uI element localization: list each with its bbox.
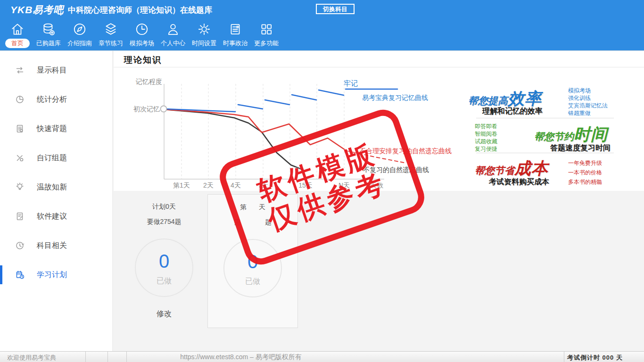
day-need-questions: 需题 (208, 218, 297, 227)
promo-cost-caption: 考试资料购买成本 (489, 177, 549, 187)
sidebar-item-subject-related[interactable]: 科目相关 (0, 231, 113, 260)
svg-text:15天: 15天 (298, 181, 313, 189)
promo-time-caption: 答题速度复习时间 (550, 143, 611, 153)
promo-cost-list: 一年免费升级一本书的价格 多本书的精髓 (568, 158, 602, 187)
svg-text:天数: 天数 (370, 181, 383, 189)
svg-text:4天: 4天 (231, 181, 241, 189)
svg-text:2天: 2天 (203, 181, 214, 189)
sidebar-item-label: 统计分析 (37, 95, 67, 105)
app-title: 中科院心理咨询师（理论知识）在线题库 (60, 5, 212, 16)
nav-item-label: 时间设置 (192, 39, 216, 48)
sidebar-item-software-feedback[interactable]: 软件建议 (0, 202, 113, 231)
nav-bar: 首页 已购题库 介绍指南 章节练习 模拟考场 个人中心 时间设置 时事政治 (0, 18, 644, 51)
done-count-label: 已做 (136, 276, 192, 286)
done-count-circle: 0 已做 (223, 239, 282, 297)
promo-time-list: 即答即看智能阅卷 试题收藏复习便捷 (475, 123, 497, 153)
clock-icon (134, 22, 149, 37)
sidebar-item-label: 温故知新 (37, 182, 67, 192)
app-logo: YKB易考吧 (10, 3, 64, 16)
chart-ylabel-first-memory: 初次记忆 (133, 105, 160, 114)
sidebar-item-label: 软件建议 (37, 212, 67, 222)
modify-plan-button[interactable]: 修改 (157, 309, 172, 319)
promo-efficiency-caption: 理解和记忆的效率 (482, 107, 543, 116)
done-count-label: 已做 (224, 277, 281, 287)
promo-cost-headline: 帮您节省成本 (475, 157, 548, 180)
sidebar-item-label: 科目相关 (37, 241, 67, 251)
nav-item-label: 介绍指南 (67, 39, 92, 48)
nav-item-chapter-practice[interactable]: 章节练习 (95, 22, 126, 48)
page-title: 理论知识 (124, 54, 162, 66)
person-icon (165, 22, 181, 37)
nav-item-label: 已购题库 (36, 39, 61, 48)
switch-subject-button[interactable]: 切换科目 (316, 4, 355, 14)
statusbar-divider (107, 352, 108, 362)
promo-panel: 帮您提高效率 理解和记忆的效率 模拟考场强化训练 艾宾浩斯记忆法错题重做 即答即… (464, 84, 629, 191)
chart-label-hold: 牢记 (344, 79, 358, 88)
nav-item-home[interactable]: 首页 (4, 22, 31, 48)
promo-divider-1 (476, 118, 614, 118)
statusbar-divider (85, 352, 86, 362)
sidebar-item-label: 自订组题 (37, 153, 67, 163)
svg-text:7天: 7天 (258, 181, 268, 189)
tools-icon (15, 153, 25, 163)
done-count: 0 (224, 251, 281, 272)
done-count: 0 (136, 251, 192, 272)
pie-chart-icon (15, 95, 25, 104)
grid-icon (259, 22, 274, 37)
app-window: YKB易考吧 中科院心理咨询师（理论知识）在线题库 切换科目 首页 已购题库 介… (0, 0, 644, 362)
news-icon (228, 22, 243, 37)
plan-calendar-icon (15, 270, 25, 280)
statusbar-divider (126, 352, 127, 362)
chart-label-blue-curve: 易考宝典复习记忆曲线 (362, 94, 428, 102)
nav-item-current-affairs[interactable]: 时事政治 (220, 22, 251, 48)
content-header: 理论知识 (114, 51, 644, 67)
plan-total-questions: 要做2754题 (122, 218, 206, 226)
chart-ylabel-degree: 记忆程度 (136, 78, 162, 86)
copyright-text: https://www.etest8.com – 易考吧版权所有 (180, 353, 302, 362)
plan-days: 计划0天 (122, 203, 206, 211)
lightbulb-icon (15, 182, 25, 192)
nav-item-personal-center[interactable]: 个人中心 (157, 22, 189, 48)
promo-time-headline: 帮您节约时间 (534, 123, 608, 146)
nav-item-purchased-banks[interactable]: 已购题库 (33, 22, 64, 48)
nav-item-label: 个人中心 (161, 39, 185, 48)
swap-arrows-icon (15, 66, 25, 75)
statusbar-divider (564, 352, 564, 362)
sidebar-item-label: 学习计划 (37, 270, 67, 280)
sidebar-item-quick-memorize[interactable]: 快速背题 (0, 114, 113, 143)
svg-text:N天: N天 (339, 181, 350, 189)
nav-item-label: 首页 (5, 39, 30, 48)
plan-card-2: 第天 需题 0 已做 (207, 194, 298, 328)
promo-divider-2 (476, 153, 614, 153)
svg-text:第1天: 第1天 (173, 181, 190, 189)
sidebar-item-review-old[interactable]: 温故知新 (0, 173, 113, 202)
exam-countdown: 考试倒计时 000 天 (567, 354, 623, 362)
done-count-circle: 0 已做 (135, 239, 193, 297)
nav-item-intro-guide[interactable]: 介绍指南 (64, 22, 95, 48)
document-icon (15, 124, 25, 133)
sidebar-item-study-plan[interactable]: 学习计划 (0, 260, 113, 289)
nav-item-more-functions[interactable]: 更多功能 (251, 22, 282, 48)
promo-efficiency-list: 模拟考场强化训练 艾宾浩斯记忆法错题重做 (568, 87, 608, 117)
sidebar-item-show-subject[interactable]: 显示科目 (0, 56, 113, 85)
nav-item-label: 更多功能 (254, 39, 279, 48)
nav-item-label: 章节练习 (99, 39, 123, 48)
sidebar-item-statistics[interactable]: 统计分析 (0, 85, 113, 114)
document-pencil-icon (15, 212, 25, 221)
titlebar: YKB易考吧 中科院心理咨询师（理论知识）在线题库 切换科目 (0, 0, 644, 18)
database-icon (41, 22, 56, 37)
nav-item-time-settings[interactable]: 时间设置 (189, 22, 220, 48)
home-icon (10, 22, 25, 37)
chart-label-black-curve: 不复习的自然遗忘曲线 (363, 166, 429, 174)
welcome-text: 欢迎使用易考宝典 (7, 354, 56, 362)
status-bar: 欢迎使用易考宝典 https://www.etest8.com – 易考吧版权所… (0, 351, 644, 362)
sidebar-item-label: 快速背题 (37, 124, 67, 134)
compass-icon (72, 22, 87, 37)
layers-icon (103, 22, 118, 37)
subject-clock-icon (15, 241, 25, 250)
nav-item-mock-exam[interactable]: 模拟考场 (126, 22, 157, 48)
sidebar-item-custom-quiz[interactable]: 自订组题 (0, 143, 113, 173)
gear-icon (197, 22, 212, 37)
nav-item-label: 模拟考场 (130, 39, 154, 48)
sidebar-item-label: 显示科目 (37, 66, 67, 75)
